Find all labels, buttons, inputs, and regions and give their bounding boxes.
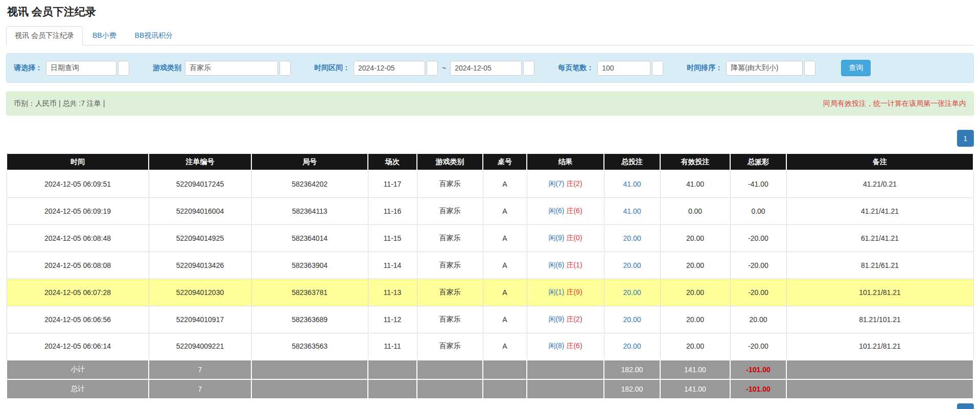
select-type-input[interactable] [46, 61, 116, 76]
search-button[interactable]: 查询 [841, 60, 871, 76]
table-row: 2024-12-05 06:08:48522094014925582364014… [7, 224, 973, 252]
result-banker: 庄(2) [566, 315, 582, 323]
game-type-label: 游戏类别 [153, 63, 181, 73]
header-payout: 总派彩 [730, 153, 786, 170]
cell-table-no: A [483, 306, 527, 333]
cell-round-id: 582364014 [251, 224, 368, 252]
cell-time: 2024-12-05 06:09:51 [7, 170, 149, 197]
total-bet-link[interactable]: 20.00 [623, 288, 641, 297]
total-payout: -101.00 [730, 379, 786, 399]
page-size-input[interactable] [597, 61, 650, 76]
cell-note: 81.21/101.21 [786, 306, 973, 333]
page-size-dropdown-button[interactable] [652, 61, 663, 76]
cell-bet-id: 522094010917 [149, 306, 251, 333]
total-empty-cell [368, 379, 417, 399]
date-from-input[interactable] [354, 61, 425, 76]
date-to-picker-button[interactable] [523, 61, 534, 76]
result-player: 闲(9) [548, 315, 564, 323]
cell-table-no: A [483, 279, 527, 306]
subtotal-empty-cell [251, 360, 368, 379]
total-empty-cell [527, 379, 604, 399]
cell-time: 2024-12-05 06:09:19 [7, 197, 149, 224]
total-bet-link[interactable]: 20.00 [623, 261, 641, 269]
table-body: 2024-12-05 06:09:51522094017245582364202… [7, 170, 973, 360]
cell-table-no: A [483, 333, 527, 360]
game-type-input[interactable] [185, 61, 278, 76]
total-valid-bet: 141.00 [660, 379, 730, 399]
cell-note: 61.21/41.21 [786, 224, 973, 252]
cell-round-id: 582363563 [251, 333, 368, 360]
total-bet-link[interactable]: 20.00 [623, 315, 641, 324]
result-banker: 庄(0) [566, 234, 582, 242]
cell-result: 闲(8) 庄(6) [527, 333, 604, 360]
cell-note: 101.21/81.21 [786, 279, 973, 306]
result-banker: 庄(9) [566, 288, 582, 296]
cell-session: 11-17 [368, 170, 417, 197]
game-type-dropdown-button[interactable] [279, 61, 291, 76]
total-empty-cell [786, 379, 973, 399]
cell-bet-id: 522094009221 [149, 333, 251, 360]
result-banker: 庄(1) [566, 261, 582, 269]
total-bet-link[interactable]: 41.00 [623, 180, 641, 188]
total-count: 7 [149, 379, 251, 399]
cell-valid-bet: 0.00 [660, 197, 730, 224]
cell-round-id: 582364113 [251, 197, 368, 224]
table-row: 2024-12-05 06:07:28522094012030582363781… [7, 279, 973, 306]
cell-result: 闲(6) 庄(1) [527, 252, 604, 279]
total-bet-link[interactable]: 20.00 [623, 342, 641, 350]
cell-valid-bet: 20.00 [660, 333, 730, 360]
time-sort-dropdown-button[interactable] [804, 61, 815, 76]
tab-bb-tips[interactable]: BB小费 [84, 26, 125, 46]
subtotal-payout: -101.00 [730, 360, 786, 379]
table-header-row: 时间 注单编号 局号 场次 游戏类别 桌号 结果 总投注 有效投注 总派彩 备注 [7, 153, 973, 170]
result-player: 闲(9) [548, 234, 564, 242]
subtotal-valid-bet: 141.00 [660, 360, 730, 379]
cell-table-no: A [483, 252, 527, 279]
cell-session: 11-13 [368, 279, 417, 306]
cell-result: 闲(9) 庄(2) [527, 306, 604, 333]
total-row: 总计 7 182.00 141.00 -101.00 [7, 379, 973, 399]
table-row: 2024-12-05 06:06:56522094010917582363689… [7, 306, 973, 333]
cell-game-type: 百家乐 [417, 224, 483, 252]
result-player: 闲(7) [548, 179, 564, 188]
date-from-picker-button[interactable] [427, 61, 438, 76]
cell-table-no: A [483, 197, 527, 224]
cell-payout: -20.00 [730, 279, 786, 306]
tab-member-bet-records[interactable]: 视讯 会员下注纪录 [6, 26, 83, 46]
result-player: 闲(8) [548, 342, 564, 350]
cell-bet-id: 522094013426 [149, 252, 251, 279]
tab-bb-points[interactable]: BB视讯积分 [126, 26, 182, 46]
cell-total-bet: 20.00 [604, 252, 660, 279]
result-player: 闲(6) [548, 207, 564, 215]
filter-group-sort: 时间排序： [687, 61, 815, 76]
time-sort-input[interactable] [726, 61, 803, 76]
cell-payout: -41.00 [730, 170, 786, 197]
subtotal-empty-cell [368, 360, 417, 379]
total-bet-link[interactable]: 41.00 [623, 207, 641, 215]
subtotal-count: 7 [149, 360, 251, 379]
select-type-dropdown-button[interactable] [118, 61, 129, 76]
result-banker: 庄(6) [566, 342, 582, 350]
subtotal-empty-cell [786, 360, 973, 379]
filter-group-date-range: 时间区间： ~ [314, 61, 534, 76]
subtotal-empty-cell [417, 360, 483, 379]
page-button-1[interactable]: 1 [957, 130, 974, 147]
page-button-1-bottom[interactable]: 1 [957, 403, 974, 409]
select-type-label: 请选择： [14, 63, 42, 73]
cell-result: 闲(6) 庄(6) [527, 197, 604, 224]
total-bet-link[interactable]: 20.00 [623, 234, 641, 242]
cell-valid-bet: 20.00 [660, 252, 730, 279]
currency-total-text: 币别：人民币 | 总共 :7 注单 | [14, 99, 105, 108]
cell-bet-id: 522094016004 [149, 197, 251, 224]
cell-time: 2024-12-05 06:08:48 [7, 224, 149, 252]
cell-time: 2024-12-05 06:06:56 [7, 306, 149, 333]
header-total-bet: 总投注 [604, 153, 660, 170]
tab-bar: 视讯 会员下注纪录 BB小费 BB视讯积分 [6, 26, 974, 46]
cell-note: 41.21/0.21 [786, 170, 973, 197]
cell-payout: -20.00 [730, 252, 786, 279]
cell-payout: 0.00 [730, 197, 786, 224]
cell-time: 2024-12-05 06:07:28 [7, 279, 149, 306]
date-to-input[interactable] [450, 61, 522, 76]
cell-game-type: 百家乐 [417, 252, 483, 279]
time-sort-label: 时间排序： [687, 63, 722, 73]
